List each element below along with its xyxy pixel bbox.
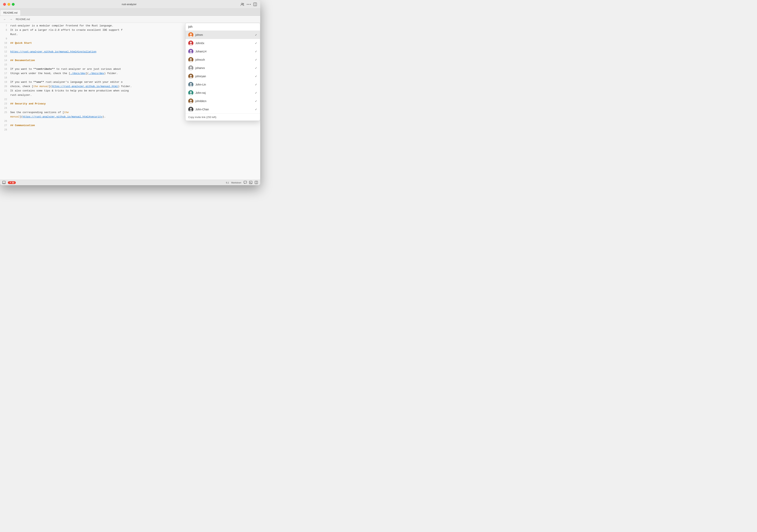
list-item[interactable]: John-Chan ✓ [186,105,260,113]
list-item[interactable]: johnm ✓ [186,31,260,39]
layout-split-icon[interactable] [255,181,258,185]
svg-point-9 [190,42,192,44]
avatar [188,74,194,79]
username-label: johncch [196,58,253,61]
search-container [186,23,260,31]
svg-point-13 [190,58,192,60]
avatar [188,65,194,71]
line-number: 18 [0,76,10,80]
list-item[interactable]: John-ssj ✓ [186,89,260,97]
the-link[interactable]: the [64,111,69,114]
line-number: 26 [0,119,10,123]
statusbar: ✕ 50 9,1 Markdown [0,180,260,185]
forward-button[interactable]: → [9,17,14,22]
svg-point-19 [190,83,192,85]
line-number: 24 [0,106,10,110]
main-content: 7 rust-analyzer is a modular compiler fr… [0,23,260,180]
list-item[interactable]: John-Lin ✓ [186,80,260,89]
url-link[interactable]: https://rust-analyzer.github.io/manual.h… [10,50,96,53]
check-icon: ✓ [255,58,257,61]
user-search-dropdown: johnm ✓ John0x ✓ JohanLH ✓ [185,23,260,121]
manual-link[interactable]: the manual [33,85,49,88]
manual-link-2[interactable]: manual [10,115,19,118]
copy-invite-link[interactable]: Copy invite link (250 left) [186,113,260,121]
maximize-button[interactable] [12,3,15,6]
avatar [188,57,194,62]
svg-point-18 [189,77,193,79]
avatar [188,90,194,95]
app-title: rust-analyzer [18,3,240,6]
avatar [188,99,194,103]
line-number: 16 [0,67,10,71]
statusbar-left: ✕ 50 [2,181,16,185]
bold-text: **contribute** [33,68,55,71]
username-label: johnbitcn [196,100,253,103]
line-number: 25 [0,110,10,115]
check-icon: ✓ [255,50,257,53]
error-count: 50 [12,182,14,184]
svg-point-12 [189,52,193,54]
avatar [188,82,194,87]
username-label: John0x [196,42,253,45]
user-list: johnm ✓ John0x ✓ JohanLH ✓ [186,31,260,113]
line-content: ## Communication [10,123,260,128]
username-label: johanvx [196,66,253,70]
security-url[interactable]: https://rust-analyzer.github.io/manual.h… [22,115,103,118]
svg-point-23 [190,100,192,102]
error-icon: ✕ [10,182,11,184]
list-item[interactable]: John0x ✓ [186,39,260,47]
list-item[interactable]: johncch ✓ [186,56,260,64]
manual-url[interactable]: https://rust-analyzer.github.io/manual.h… [52,85,118,88]
svg-point-1 [243,3,244,4]
tab-label: README.md [3,12,17,14]
collaborators-icon[interactable] [240,2,244,6]
svg-point-3 [248,4,249,5]
line-number: 15 [0,63,10,67]
more-options-icon[interactable] [247,2,251,6]
table-row: 27 ## Communication [0,123,260,128]
language-mode[interactable]: Markdown [231,182,241,184]
docs-link-2[interactable]: ./docs/dev [89,72,104,75]
line-number: 27 [0,123,10,128]
tabbar: README.md [0,9,260,16]
layout-icon[interactable] [253,2,257,6]
back-button[interactable]: ← [2,17,7,22]
list-item[interactable]: johanvx ✓ [186,64,260,72]
panel-toggle-icon[interactable] [2,181,6,185]
svg-point-2 [247,4,248,5]
close-button[interactable] [3,3,6,6]
svg-point-15 [190,66,192,68]
line-number: 28 [0,128,10,132]
error-count-badge[interactable]: ✕ 50 [8,181,16,184]
list-item[interactable]: JohanLH ✓ [186,47,260,56]
line-number: 20 [0,84,10,89]
line-number: 13 [0,54,10,58]
traffic-lights [3,3,15,6]
minimize-button[interactable] [8,3,10,6]
check-icon: ✓ [255,108,257,111]
cursor-position: 9,1 [226,182,229,184]
username-label: John-Chan [196,108,253,111]
chat-icon[interactable] [244,181,247,185]
toolbar: ← → README.md [0,16,260,23]
username-label: johnm [196,33,253,37]
line-number: 12 [0,50,10,54]
list-item[interactable]: johnryan ✓ [186,72,260,80]
username-label: John-ssj [196,91,253,94]
invite-link-label: Copy invite link (250 left) [188,116,216,119]
list-item[interactable]: johnbitcn ✓ [186,97,260,105]
svg-point-22 [189,94,193,95]
line-number: 22 [0,97,10,102]
docs-link[interactable]: ./docs/dev [70,72,85,75]
svg-point-7 [190,33,192,35]
terminal-icon[interactable] [249,181,252,185]
svg-rect-27 [3,181,5,184]
check-icon: ✓ [255,100,257,103]
search-input[interactable] [188,25,257,29]
titlebar-actions [240,2,257,6]
svg-rect-30 [249,181,252,184]
check-icon: ✓ [255,91,257,94]
titlebar: rust-analyzer [0,0,260,9]
svg-point-4 [250,4,251,5]
tab-readme[interactable]: README.md [0,10,21,15]
